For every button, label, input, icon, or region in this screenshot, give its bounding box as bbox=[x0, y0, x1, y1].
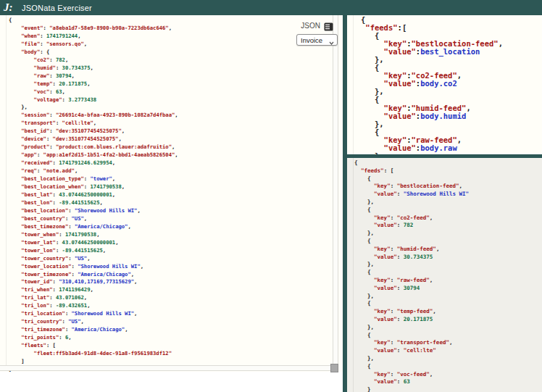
code-line: "key": "raw-feed", bbox=[354, 277, 469, 285]
code-line: "co2": 782, bbox=[9, 57, 178, 64]
code-line: "best_lon": -89.441515625, bbox=[9, 199, 178, 207]
code-line: "received": 1741791246.629954, bbox=[9, 159, 178, 167]
code-line: "event": "a8eba1d7-58e9-8900-b90a-7223db… bbox=[9, 25, 178, 33]
code-line: "value": 30794 bbox=[354, 285, 469, 293]
code-line: "humid": 30.734375, bbox=[9, 64, 178, 72]
json-input-panel: {"event": "a8eba1d7-58e9-8900-b90a-7223d… bbox=[0, 15, 343, 392]
code-line: "tower_when": 1741790538, bbox=[9, 231, 178, 239]
code-line: "value": 782 bbox=[354, 222, 469, 230]
code-line: { bbox=[354, 159, 469, 167]
expression-panel: {"feeds":[{"key":"bestlocation-feed","va… bbox=[347, 15, 542, 154]
code-line: "tri_points": 6, bbox=[9, 334, 178, 342]
code-line: }, bbox=[354, 199, 469, 207]
code-line: "voltage": 3.2773438 bbox=[9, 96, 178, 104]
code-line: "best_location": "Shorewood Hills WI", bbox=[9, 207, 178, 215]
code-line: "feeds":[ bbox=[361, 24, 503, 32]
code-line: "key": "temp-feed", bbox=[354, 308, 469, 316]
sample-data-select-value: Invoice bbox=[301, 36, 322, 44]
code-line: "tower_id": "310,410,17169,77315629", bbox=[9, 278, 178, 286]
editor-gutter bbox=[353, 158, 354, 392]
app-header: J: JSONata Exerciser bbox=[0, 0, 542, 15]
code-line: "tri_timezone": "America/Chicago", bbox=[9, 326, 178, 334]
code-line: { bbox=[354, 238, 469, 246]
code-line: "value": "Shorewood Hills WI" bbox=[354, 191, 469, 199]
code-line: { bbox=[354, 300, 469, 308]
code-line: "value": 20.171875 bbox=[354, 316, 469, 324]
code-line: "best_location_type": "tower", bbox=[9, 175, 178, 183]
code-line: "req": "note.add", bbox=[9, 167, 178, 175]
code-line: "tri_lon": -89.432651, bbox=[9, 302, 178, 310]
code-line: { bbox=[354, 269, 469, 277]
code-line: "best_id": "dev:351077454525075", bbox=[9, 128, 178, 135]
code-line: { bbox=[354, 175, 469, 183]
code-line: "file": "sensors.qo", bbox=[9, 41, 178, 49]
code-line: "device": "dev:351077454525075", bbox=[9, 135, 178, 143]
format-row: JSON bbox=[301, 21, 333, 30]
code-line: "key": "co2-feed", bbox=[354, 214, 469, 222]
code-line: "tower_timezone": "America/Chicago", bbox=[9, 271, 178, 279]
code-line: } bbox=[354, 386, 469, 392]
data-format-icon[interactable] bbox=[324, 21, 333, 30]
code-line: "tower_lat": 43.07446250000001, bbox=[9, 239, 178, 247]
code-line: "tower_lon": -89.441515625, bbox=[9, 247, 178, 255]
vertical-scrollbar[interactable] bbox=[333, 15, 338, 371]
code-line: }, bbox=[361, 120, 503, 128]
code-line: "best_lat": 43.07446250000001, bbox=[9, 191, 178, 199]
code-line: { bbox=[354, 332, 469, 340]
code-line: "key": "voc-feed", bbox=[354, 371, 469, 379]
code-line: "feeds": [ bbox=[354, 167, 469, 175]
code-line: "value": "cell:lte" bbox=[354, 347, 469, 355]
panel-footer-spacer bbox=[0, 372, 343, 392]
code-line: "key": "bestlocation-feed", bbox=[354, 183, 469, 191]
code-line: "best_timezone": "America/Chicago", bbox=[9, 223, 178, 231]
jsonata-expression-editor[interactable]: {"feeds":[{"key":"bestlocation-feed","va… bbox=[361, 16, 503, 154]
code-line: "tri_country": "US", bbox=[9, 318, 178, 326]
code-line: "when": 1741791244, bbox=[9, 33, 178, 41]
code-line: "tri_when": 1741196429, bbox=[9, 286, 178, 294]
code-line: "value": 30.734375 bbox=[354, 254, 469, 262]
code-line: "tri_location": "Shorewood Hills WI", bbox=[9, 310, 178, 318]
code-line: { bbox=[9, 17, 178, 25]
code-line: "product": "product:com.blues.rlauer:ada… bbox=[9, 143, 178, 151]
code-line: "transport": "cell:lte", bbox=[9, 120, 178, 128]
app-title: JSONata Exerciser bbox=[22, 4, 92, 12]
code-line: "key": "transport-feed", bbox=[354, 339, 469, 347]
code-line: }, bbox=[354, 355, 469, 363]
horizontal-scrollbar[interactable] bbox=[0, 365, 333, 371]
code-line: "tower_country": "US", bbox=[9, 255, 178, 263]
code-line: }, bbox=[354, 324, 469, 332]
jsonata-logo: J: bbox=[4, 0, 22, 15]
code-line: "fleets": [ bbox=[9, 342, 178, 350]
code-line: { bbox=[354, 363, 469, 371]
code-line: }, bbox=[361, 88, 503, 96]
code-line: "key": "humid-feed", bbox=[354, 246, 469, 254]
code-line: }, bbox=[354, 261, 469, 269]
code-line: "raw": 30794, bbox=[9, 72, 178, 80]
format-label: JSON bbox=[301, 22, 320, 30]
code-line: "temp": 20.171875, bbox=[9, 80, 178, 88]
code-line: "tower_location": "Shorewood Hills WI", bbox=[9, 263, 178, 271]
editor-gutter bbox=[353, 15, 354, 154]
code-line: "best_country": "US", bbox=[9, 215, 178, 223]
code-line: "best_location_when": 1741790538, bbox=[9, 183, 178, 191]
code-line: "app": "app:a1ef2d15-1b51-4fa2-bbd1-4aea… bbox=[9, 151, 178, 159]
code-line: }, bbox=[361, 56, 503, 64]
jsonata-exerciser-app: J: JSONata Exerciser {"event": "a8eba1d7… bbox=[0, 0, 542, 392]
code-line: "value": 63 bbox=[354, 378, 469, 386]
editor-gutter bbox=[6, 15, 7, 365]
sample-data-select[interactable]: Invoice bbox=[296, 34, 338, 46]
code-line: "session": "26691c4a-bfaa-4923-890b-1082… bbox=[9, 112, 178, 120]
code-line: "body": { bbox=[9, 49, 178, 57]
code-line: }, bbox=[354, 230, 469, 238]
code-line: "fleet:ff5b3ad4-91d8-4dec-91a8-f9561983d… bbox=[9, 350, 178, 358]
code-line: "voc": 63, bbox=[9, 88, 178, 96]
chevron-down-icon bbox=[329, 38, 334, 42]
code-line: }, bbox=[9, 104, 178, 112]
results-panel: {"feeds": [{"key": "bestlocation-feed","… bbox=[347, 158, 542, 392]
scrollbar-thumb[interactable] bbox=[330, 364, 338, 372]
code-line: "tri_lat": 43.071062, bbox=[9, 294, 178, 302]
results-output: {"feeds": [{"key": "bestlocation-feed","… bbox=[354, 159, 469, 392]
code-line: }, bbox=[354, 293, 469, 301]
json-input-editor[interactable]: {"event": "a8eba1d7-58e9-8900-b90a-7223d… bbox=[9, 17, 178, 374]
code-line: { bbox=[354, 207, 469, 214]
